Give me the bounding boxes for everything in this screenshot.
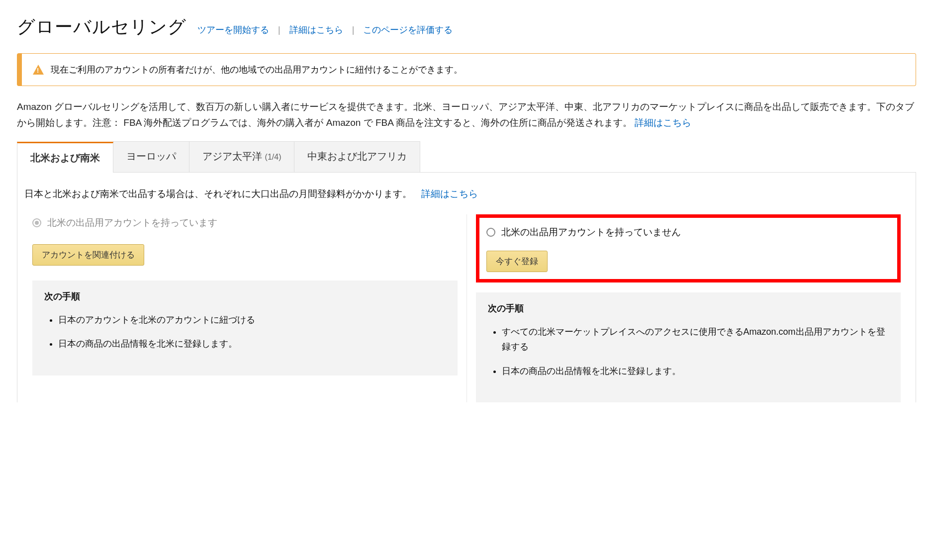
warning-icon bbox=[33, 65, 44, 75]
tab-middle-east-africa[interactable]: 中東および北アフリカ bbox=[294, 141, 420, 172]
list-item: 日本のアカウントを北米のアカウントに紐づける bbox=[58, 312, 446, 328]
radio-icon bbox=[486, 228, 495, 237]
description-details-link[interactable]: 詳細はこちら bbox=[635, 117, 691, 128]
header-links: ツアーを開始する | 詳細はこちら | このページを評価する bbox=[197, 24, 453, 36]
tab-label: ヨーロッパ bbox=[126, 151, 176, 162]
tab-intro-text: 日本と北米および南米で出品する場合は、それぞれに大口出品の月間登録料がかかります… bbox=[24, 188, 412, 199]
steps-title: 次の手順 bbox=[488, 302, 889, 314]
tab-europe[interactable]: ヨーロッパ bbox=[113, 141, 189, 172]
tab-label: アジア太平洋 bbox=[202, 151, 262, 162]
highlight-annotation: 北米の出品用アカウントを持っていません 今すぐ登録 bbox=[476, 214, 901, 282]
tab-intro-link[interactable]: 詳細はこちら bbox=[421, 188, 478, 199]
rate-page-link[interactable]: このページを評価する bbox=[363, 24, 453, 36]
column-have-account: 北米の出品用アカウントを持っています アカウントを関連付ける 次の手順 日本のア… bbox=[23, 214, 466, 403]
page-title: グローバルセリング bbox=[17, 15, 187, 39]
column-no-account: 北米の出品用アカウントを持っていません 今すぐ登録 次の手順 すべての北米マーケ… bbox=[466, 214, 910, 403]
next-steps-box: 次の手順 日本のアカウントを北米のアカウントに紐づける 日本の商品の出品情報を北… bbox=[32, 280, 458, 375]
separator: | bbox=[352, 25, 355, 35]
option-no-account[interactable]: 北米の出品用アカウントを持っていません bbox=[486, 224, 891, 241]
region-tabs: 北米および南米 ヨーロッパ アジア太平洋 (1/4) 中東および北アフリカ bbox=[17, 141, 916, 173]
option-columns: 北米の出品用アカウントを持っています アカウントを関連付ける 次の手順 日本のア… bbox=[23, 214, 910, 403]
option-have-account[interactable]: 北米の出品用アカウントを持っています bbox=[32, 214, 458, 231]
option-label: 北米の出品用アカウントを持っていません bbox=[501, 226, 681, 239]
steps-list: 日本のアカウントを北米のアカウントに紐づける 日本の商品の出品情報を北米に登録し… bbox=[44, 312, 446, 352]
list-item: すべての北米マーケットプレイスへのアクセスに使用できるAmazon.com出品用… bbox=[502, 324, 889, 355]
tab-label: 中東および北アフリカ bbox=[307, 151, 407, 162]
alert-text: 現在ご利用のアカウントの所有者だけが、他の地域での出品用アカウントに紐付けること… bbox=[51, 64, 463, 76]
start-tour-link[interactable]: ツアーを開始する bbox=[197, 24, 269, 36]
tab-asia-pacific[interactable]: アジア太平洋 (1/4) bbox=[189, 141, 294, 172]
tab-intro: 日本と北米および南米で出品する場合は、それぞれに大口出品の月間登録料がかかります… bbox=[23, 187, 910, 200]
register-now-button[interactable]: 今すぐ登録 bbox=[486, 251, 548, 272]
radio-icon bbox=[32, 218, 41, 227]
page-header: グローバルセリング ツアーを開始する | 詳細はこちら | このページを評価する bbox=[17, 15, 916, 39]
tab-americas[interactable]: 北米および南米 bbox=[17, 142, 113, 173]
list-item: 日本の商品の出品情報を北米に登録します。 bbox=[502, 364, 889, 379]
option-label: 北米の出品用アカウントを持っています bbox=[47, 216, 217, 229]
tab-label: 北米および南米 bbox=[30, 152, 100, 163]
link-account-button[interactable]: アカウントを関連付ける bbox=[32, 244, 144, 266]
warning-alert: 現在ご利用のアカウントの所有者だけが、他の地域での出品用アカウントに紐付けること… bbox=[17, 53, 916, 86]
tab-content: 日本と北米および南米で出品する場合は、それぞれに大口出品の月間登録料がかかります… bbox=[17, 173, 916, 403]
tab-sublabel: (1/4) bbox=[265, 153, 281, 161]
steps-title: 次の手順 bbox=[44, 290, 446, 302]
details-link[interactable]: 詳細はこちら bbox=[289, 24, 343, 36]
list-item: 日本の商品の出品情報を北米に登録します。 bbox=[58, 336, 446, 352]
steps-list: すべての北米マーケットプレイスへのアクセスに使用できるAmazon.com出品用… bbox=[488, 324, 889, 379]
separator: | bbox=[278, 25, 280, 35]
next-steps-box: 次の手順 すべての北米マーケットプレイスへのアクセスに使用できるAmazon.c… bbox=[476, 292, 901, 403]
description-text: Amazon グローバルセリングを活用して、数百万の新しい購入者にサービスを提供… bbox=[17, 101, 914, 128]
page-description: Amazon グローバルセリングを活用して、数百万の新しい購入者にサービスを提供… bbox=[17, 99, 916, 131]
